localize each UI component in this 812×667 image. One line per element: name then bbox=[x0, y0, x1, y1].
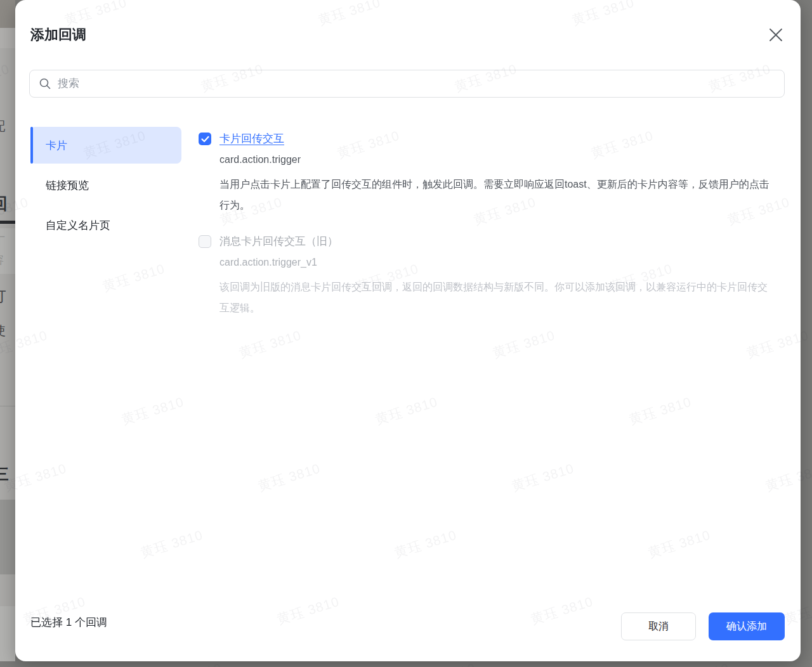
add-callback-dialog: 添加回调 卡片 链接预览 自定义名片页 bbox=[15, 0, 801, 661]
background-tab-underline bbox=[0, 221, 15, 224]
background-text-fragment: 丁 bbox=[0, 233, 5, 249]
callback-option-card-action-trigger: 卡片回传交互 card.action.trigger 当用户点击卡片上配置了回传… bbox=[199, 132, 788, 216]
active-indicator-bar bbox=[30, 127, 33, 164]
background-text-fragment: 使 bbox=[0, 322, 6, 339]
callback-option-card-action-trigger-v1: 消息卡片回传交互（旧） card.action.trigger_v1 该回调为旧… bbox=[199, 235, 788, 318]
callback-description: 当用户点击卡片上配置了回传交互的组件时，触发此回调。需要立即响应返回toast、… bbox=[219, 174, 776, 216]
callback-name-label: 消息卡片回传交互（旧） bbox=[219, 235, 338, 249]
close-button[interactable] bbox=[768, 27, 784, 43]
sidebar-item-label: 卡片 bbox=[46, 138, 67, 153]
background-band bbox=[0, 606, 15, 661]
background-page-edge: 配 回 丁 容 打 使 三 bbox=[0, 0, 15, 661]
close-icon bbox=[768, 27, 784, 43]
search-input[interactable] bbox=[58, 77, 775, 90]
dialog-footer-buttons: 取消 确认添加 bbox=[621, 612, 785, 640]
search-box[interactable] bbox=[29, 70, 785, 98]
checkbox-checked[interactable] bbox=[199, 133, 211, 145]
background-text-fragment: 配 bbox=[0, 118, 5, 135]
background-text-fragment: 打 bbox=[0, 287, 6, 306]
callback-option-body: 消息卡片回传交互（旧） card.action.trigger_v1 该回调为旧… bbox=[219, 235, 776, 318]
callback-code: card.action.trigger_v1 bbox=[219, 256, 776, 269]
sidebar-item-custom-profile[interactable]: 自定义名片页 bbox=[30, 207, 181, 243]
background-band bbox=[0, 0, 15, 28]
background-divider bbox=[0, 406, 15, 406]
sidebar-item-label: 链接预览 bbox=[46, 178, 89, 193]
search-icon bbox=[39, 77, 51, 90]
callback-option-list: 卡片回传交互 card.action.trigger 当用户点击卡片上配置了回传… bbox=[199, 132, 788, 318]
selected-count-text: 已选择 1 个回调 bbox=[30, 615, 107, 630]
category-sidebar: 卡片 链接预览 自定义名片页 bbox=[30, 127, 181, 243]
check-icon bbox=[201, 136, 209, 143]
sidebar-item-link-preview[interactable]: 链接预览 bbox=[30, 167, 181, 204]
background-band bbox=[0, 500, 15, 574]
callback-option-body: 卡片回传交互 card.action.trigger 当用户点击卡片上配置了回传… bbox=[219, 132, 776, 216]
callback-description: 该回调为旧版的消息卡片回传交互回调，返回的回调数据结构与新版不同。你可以添加该回… bbox=[219, 276, 776, 318]
confirm-add-button[interactable]: 确认添加 bbox=[709, 612, 785, 640]
background-text-fragment: 回 bbox=[0, 193, 8, 215]
background-text-fragment: 三 bbox=[0, 464, 9, 484]
dialog-title: 添加回调 bbox=[30, 25, 86, 44]
callback-code: card.action.trigger bbox=[219, 153, 776, 166]
background-text-fragment: 容 bbox=[0, 252, 4, 268]
checkbox-unchecked bbox=[199, 235, 211, 248]
sidebar-item-card[interactable]: 卡片 bbox=[30, 127, 181, 164]
cancel-button[interactable]: 取消 bbox=[621, 612, 696, 640]
callback-name-link[interactable]: 卡片回传交互 bbox=[219, 132, 284, 146]
sidebar-item-label: 自定义名片页 bbox=[46, 218, 110, 233]
background-band bbox=[0, 28, 15, 48]
